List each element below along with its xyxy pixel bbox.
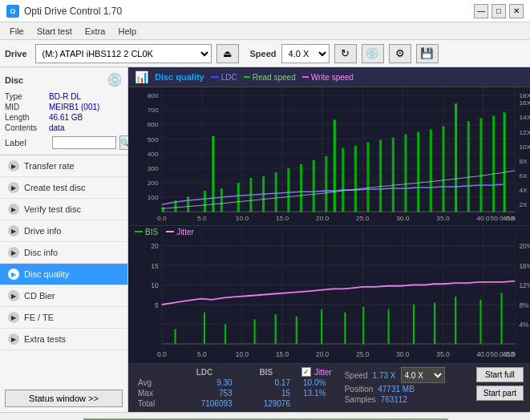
svg-text:8X: 8X	[519, 158, 528, 165]
verify-test-disc-icon: ▶	[8, 204, 19, 215]
disc-type-value: BD-R DL	[49, 92, 81, 101]
svg-text:20: 20	[151, 241, 158, 250]
bottom-chart-legend: BIS Jitter	[135, 228, 194, 236]
close-button[interactable]: ✕	[509, 4, 524, 18]
svg-text:20.0: 20.0	[316, 349, 329, 358]
start-full-button[interactable]: Start full	[476, 367, 524, 382]
disc-icon: 💿	[107, 72, 123, 87]
menu-help[interactable]: Help	[111, 25, 143, 38]
max-label: Max	[135, 388, 172, 398]
svg-rect-58	[287, 168, 289, 212]
bis-label: BIS	[145, 228, 158, 236]
eject-button[interactable]: ⏏	[216, 44, 239, 63]
col-bis-header: BIS	[237, 367, 295, 378]
jitter-checkbox[interactable]: ✓	[301, 367, 311, 377]
svg-rect-118	[275, 314, 277, 344]
sidebar-item-verify-test-disc-label: Verify test disc	[24, 204, 81, 214]
samples-value: 763112	[381, 395, 407, 404]
speed-select[interactable]: 4.0 X	[281, 44, 330, 63]
svg-rect-57	[275, 172, 277, 212]
speed-label: Speed	[345, 371, 368, 380]
svg-text:500: 500	[148, 136, 159, 143]
menu-file[interactable]: File	[3, 25, 30, 38]
sidebar-item-disc-info-label: Disc info	[24, 248, 58, 257]
sidebar-item-disc-quality[interactable]: ▶ Disc quality	[0, 264, 127, 285]
bottom-bar: Test completed 100.0% 66.24	[0, 412, 530, 420]
svg-text:25.0: 25.0	[356, 349, 369, 358]
legend-bis: BIS	[135, 228, 158, 236]
svg-rect-61	[325, 156, 327, 212]
svg-rect-120	[321, 309, 322, 344]
jitter-label: Jitter	[314, 368, 332, 377]
sidebar-item-disc-info[interactable]: ▶ Disc info	[0, 242, 127, 264]
legend-read-speed: Read speed	[244, 73, 296, 82]
svg-text:4X: 4X	[519, 187, 528, 194]
sidebar-item-create-test-disc-label: Create test disc	[24, 183, 85, 192]
speed-label: Speed	[250, 49, 277, 59]
svg-text:0.0: 0.0	[157, 216, 167, 223]
sidebar-item-transfer-rate-label: Transfer rate	[24, 161, 75, 171]
drive-select[interactable]: (M:) ATAPI iHBS112 2 CL0K	[35, 44, 212, 63]
start-part-button[interactable]: Start part	[476, 386, 524, 401]
svg-text:15.0: 15.0	[276, 216, 289, 223]
svg-text:16%: 16%	[519, 261, 530, 270]
jitter-section: ✓ Jitter 10.0% 13.1%	[301, 367, 332, 398]
status-window-button[interactable]: Status window >>	[5, 390, 123, 407]
sidebar-item-verify-test-disc[interactable]: ▶ Verify test disc	[0, 199, 127, 220]
svg-text:5.0: 5.0	[197, 216, 207, 223]
toolbar: Drive (M:) ATAPI iHBS112 2 CL0K ⏏ Speed …	[0, 40, 530, 67]
svg-rect-128	[500, 293, 502, 344]
legend-jitter: Jitter	[166, 228, 194, 236]
disc-header: Disc 💿	[5, 72, 123, 87]
minimize-button[interactable]: —	[474, 4, 488, 18]
settings-button[interactable]: ⚙	[389, 44, 411, 63]
position-label: Position	[345, 385, 374, 394]
window-controls: — □ ✕	[474, 4, 524, 18]
refresh-button[interactable]: ↻	[334, 44, 357, 63]
svg-text:700: 700	[148, 107, 159, 114]
save-button[interactable]: 💾	[416, 44, 439, 63]
svg-rect-48	[162, 207, 164, 212]
jitter-header-row: ✓ Jitter	[301, 367, 332, 377]
sidebar-item-transfer-rate[interactable]: ▶ Transfer rate	[0, 155, 127, 177]
svg-text:30.0: 30.0	[396, 216, 410, 223]
svg-text:5: 5	[155, 301, 159, 309]
svg-rect-75	[492, 115, 495, 212]
cd-bier-icon: ▶	[8, 290, 19, 301]
svg-rect-114	[174, 329, 176, 343]
maximize-button[interactable]: □	[492, 4, 506, 18]
svg-text:10.0: 10.0	[236, 349, 249, 358]
svg-rect-117	[254, 319, 256, 344]
col-ldc-header: LDC	[172, 367, 237, 378]
sidebar-item-cd-bier[interactable]: ▶ CD Bier	[0, 285, 127, 307]
label-input[interactable]	[52, 136, 116, 149]
sidebar-item-drive-info[interactable]: ▶ Drive info	[0, 220, 127, 242]
sidebar-item-cd-bier-label: CD Bier	[24, 291, 55, 301]
svg-rect-126	[455, 297, 456, 344]
svg-text:0.0: 0.0	[157, 349, 167, 358]
disc-length-row: Length 46.61 GB	[5, 113, 123, 122]
speed-value: 1.73 X	[373, 371, 396, 380]
stats-total-row: Total 7106093 129076	[135, 398, 295, 409]
menu-extra[interactable]: Extra	[79, 25, 112, 38]
svg-text:10.0: 10.0	[236, 216, 249, 223]
bottom-chart-svg: 20 15 10 5 20% 16% 12% 8% 4% 0.0 5.0 10.…	[128, 226, 530, 364]
svg-rect-123	[388, 309, 390, 344]
svg-rect-50	[187, 196, 189, 212]
speed-row: Speed 1.73 X 4.0 X	[345, 367, 445, 383]
speed-select-small[interactable]: 4.0 X	[401, 367, 445, 383]
sidebar-item-create-test-disc[interactable]: ▶ Create test disc	[0, 177, 127, 199]
menu-start-test[interactable]: Start test	[30, 25, 79, 38]
chart-title: Disc quality	[155, 72, 204, 82]
svg-text:8%: 8%	[519, 301, 528, 309]
svg-text:4%: 4%	[519, 320, 528, 329]
max-ldc: 753	[172, 388, 237, 398]
disc-button[interactable]: 💿	[362, 44, 384, 63]
svg-rect-70	[430, 129, 432, 212]
drive-info-icon: ▶	[8, 225, 19, 236]
svg-rect-74	[479, 118, 482, 212]
sidebar-item-extra-tests[interactable]: ▶ Extra tests	[0, 329, 127, 350]
sidebar-item-fe-te[interactable]: ▶ FE / TE	[0, 307, 127, 329]
disc-contents-row: Contents data	[5, 123, 123, 132]
samples-label: Samples	[345, 395, 376, 404]
